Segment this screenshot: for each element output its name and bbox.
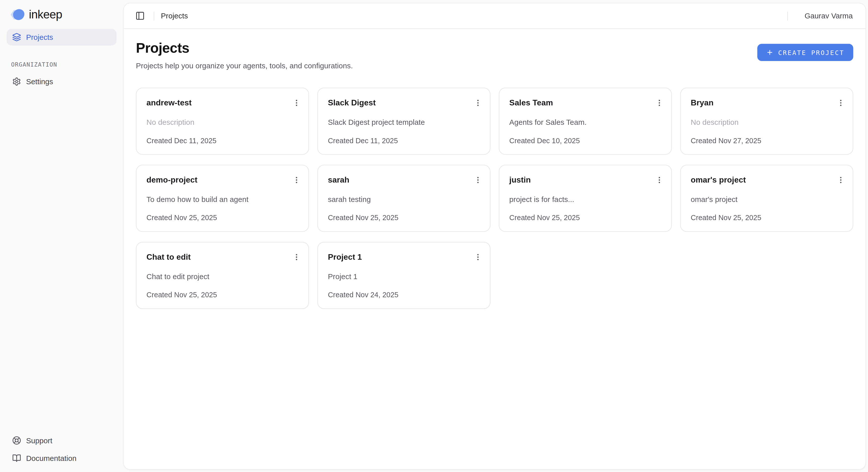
project-name: Sales Team — [509, 97, 553, 108]
project-name: Slack Digest — [328, 97, 376, 108]
project-card[interactable]: andrew-test No description Created Dec 1… — [136, 88, 309, 155]
kebab-menu-icon — [473, 99, 482, 107]
sidebar-section-organization: ORGANIZATION — [6, 61, 117, 68]
kebab-menu-icon — [473, 176, 482, 184]
sidebar-item-label: Support — [26, 436, 52, 444]
project-card[interactable]: Sales Team Agents for Sales Team. Create… — [499, 88, 672, 155]
project-name: Bryan — [691, 97, 713, 108]
sidebar-item-label: Settings — [26, 77, 53, 86]
project-menu-button[interactable] — [291, 97, 302, 108]
project-menu-button[interactable] — [654, 97, 665, 108]
book-open-icon — [12, 454, 21, 463]
inkeep-logo-icon — [10, 8, 25, 21]
project-description: Chat to edit project — [147, 271, 299, 282]
project-description: Project 1 — [328, 271, 480, 282]
project-created-date: Created Dec 10, 2025 — [509, 136, 661, 146]
project-description: sarah testing — [328, 194, 480, 205]
project-created-date: Created Nov 25, 2025 — [509, 213, 661, 223]
sidebar-footer: Support Documentation — [6, 432, 117, 467]
project-created-date: Created Nov 25, 2025 — [328, 213, 480, 223]
app-root: inkeep Projects ORGANIZATION Settings — [0, 0, 868, 472]
project-card-header: demo-project — [147, 174, 299, 185]
project-card-header: Bryan — [691, 97, 843, 108]
project-card-header: andrew-test — [147, 97, 299, 108]
project-card[interactable]: justin project is for facts... Created N… — [499, 165, 672, 232]
project-name: andrew-test — [147, 97, 192, 108]
life-buoy-icon — [12, 436, 21, 445]
main-panel: Projects Gaurav Varma Projects Projects … — [123, 3, 866, 470]
topbar-divider — [154, 11, 154, 20]
gear-icon — [12, 77, 21, 86]
kebab-menu-icon — [292, 253, 300, 261]
sidebar-item-documentation[interactable]: Documentation — [6, 450, 117, 467]
project-menu-button[interactable] — [472, 251, 483, 262]
project-card[interactable]: Chat to edit Chat to edit project Create… — [136, 242, 309, 309]
project-name: demo-project — [147, 174, 197, 185]
project-card-header: justin — [509, 174, 661, 185]
page-title: Projects — [136, 40, 353, 56]
page-content: Projects Projects help you organize your… — [124, 29, 866, 320]
kebab-menu-icon — [655, 99, 663, 107]
sidebar-item-settings[interactable]: Settings — [6, 73, 117, 90]
project-card[interactable]: Slack Digest Slack Digest project templa… — [317, 88, 490, 155]
project-menu-button[interactable] — [654, 174, 665, 185]
brand: inkeep — [6, 6, 117, 29]
breadcrumb: Projects — [161, 11, 188, 20]
project-card[interactable]: omar's project omar's project Created No… — [680, 165, 853, 232]
topbar: Projects Gaurav Varma — [124, 3, 866, 29]
projects-grid: andrew-test No description Created Dec 1… — [136, 88, 854, 309]
project-name: Chat to edit — [147, 251, 191, 262]
create-project-button[interactable]: CREATE PROJECT — [757, 44, 853, 61]
kebab-menu-icon — [836, 99, 845, 107]
project-created-date: Created Dec 11, 2025 — [328, 136, 480, 146]
sidebar-item-projects[interactable]: Projects — [6, 29, 117, 45]
kebab-menu-icon — [292, 99, 300, 107]
project-description: project is for facts... — [509, 194, 661, 205]
project-card[interactable]: Bryan No description Created Nov 27, 202… — [680, 88, 853, 155]
project-card-header: omar's project — [691, 174, 843, 185]
project-menu-button[interactable] — [835, 174, 846, 185]
project-description: To demo how to build an agent — [147, 194, 299, 205]
project-card[interactable]: Project 1 Project 1 Created Nov 24, 2025 — [317, 242, 490, 309]
page-subtitle: Projects help you organize your agents, … — [136, 62, 353, 70]
project-card-header: Sales Team — [509, 97, 661, 108]
project-description: Slack Digest project template — [328, 117, 480, 128]
sidebar-item-label: Projects — [26, 33, 53, 41]
sidebar-item-support[interactable]: Support — [6, 432, 117, 449]
kebab-menu-icon — [473, 253, 482, 261]
kebab-menu-icon — [292, 176, 300, 184]
project-menu-button[interactable] — [835, 97, 846, 108]
layers-icon — [12, 33, 21, 41]
project-created-date: Created Nov 25, 2025 — [691, 213, 843, 223]
project-name: sarah — [328, 174, 349, 185]
project-description: omar's project — [691, 194, 843, 205]
project-description: No description — [147, 117, 299, 128]
kebab-menu-icon — [655, 176, 663, 184]
project-created-date: Created Nov 25, 2025 — [147, 290, 299, 300]
project-created-date: Created Nov 27, 2025 — [691, 136, 843, 146]
project-name: justin — [509, 174, 531, 185]
project-name: Project 1 — [328, 251, 362, 262]
sidebar-toggle-button[interactable] — [133, 8, 147, 23]
project-card[interactable]: demo-project To demo how to build an age… — [136, 165, 309, 232]
project-name: omar's project — [691, 174, 746, 185]
project-menu-button[interactable] — [291, 251, 302, 262]
kebab-menu-icon — [836, 176, 845, 184]
user-menu[interactable]: Gaurav Varma — [795, 11, 857, 20]
project-description: Agents for Sales Team. — [509, 117, 661, 128]
project-menu-button[interactable] — [291, 174, 302, 185]
sidebar: inkeep Projects ORGANIZATION Settings — [0, 0, 123, 472]
project-card[interactable]: sarah sarah testing Created Nov 25, 2025 — [317, 165, 490, 232]
panel-left-icon — [135, 11, 145, 21]
project-menu-button[interactable] — [472, 97, 483, 108]
project-card-header: sarah — [328, 174, 480, 185]
project-card-header: Chat to edit — [147, 251, 299, 262]
create-project-button-label: CREATE PROJECT — [778, 49, 844, 57]
project-description: No description — [691, 117, 843, 128]
topbar-right: Gaurav Varma — [781, 11, 857, 20]
project-menu-button[interactable] — [472, 174, 483, 185]
project-created-date: Created Nov 24, 2025 — [328, 290, 480, 300]
project-created-date: Created Dec 11, 2025 — [147, 136, 299, 146]
sidebar-item-label: Documentation — [26, 454, 76, 463]
page-header: Projects Projects help you organize your… — [136, 40, 854, 70]
